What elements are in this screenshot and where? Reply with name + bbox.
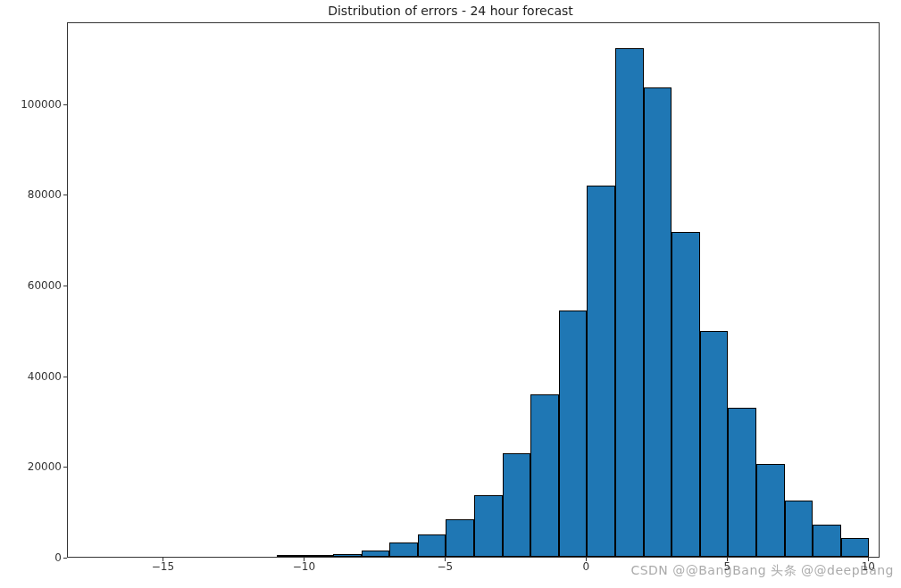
histogram-bar [785, 501, 813, 557]
y-tick-mark [63, 286, 67, 286]
histogram-bar [277, 555, 305, 557]
histogram-bar [362, 551, 390, 557]
histogram-bar [389, 542, 418, 557]
x-tick-mark [727, 558, 728, 561]
histogram-bar [644, 87, 672, 557]
y-tick-label: 0 [8, 551, 62, 564]
histogram-bar [700, 331, 729, 557]
y-tick-label: 60000 [8, 279, 62, 292]
bars-container [68, 23, 879, 557]
histogram-bar [333, 554, 362, 557]
y-tick-label: 80000 [8, 188, 62, 201]
x-tick-mark [445, 558, 446, 561]
x-tick-label: 10 [862, 560, 875, 573]
x-tick-label: −15 [152, 560, 174, 573]
y-tick-mark [63, 377, 67, 377]
histogram-bar [530, 394, 559, 557]
watermark: CSDN @@BangBang 头条 @@deepBang [630, 563, 894, 579]
x-tick-label: 5 [724, 560, 731, 573]
y-tick-label: 20000 [8, 460, 62, 473]
histogram-bar [672, 232, 700, 557]
histogram-bar [728, 408, 756, 557]
y-tick-mark [63, 104, 67, 105]
x-tick-label: 0 [583, 560, 590, 573]
histogram-bar [841, 538, 870, 557]
histogram-bar [587, 186, 615, 557]
x-tick-mark [304, 558, 305, 561]
histogram-bar [756, 464, 785, 557]
x-tick-mark [163, 558, 163, 561]
y-tick-label: 100000 [8, 98, 62, 111]
chart-figure: Distribution of errors - 24 hour forecas… [0, 0, 901, 588]
histogram-bar [813, 525, 841, 557]
histogram-bar [559, 311, 588, 557]
plot-area [67, 22, 880, 558]
y-tick-label: 40000 [8, 370, 62, 383]
histogram-bar [446, 519, 474, 557]
y-tick-mark [63, 467, 67, 468]
chart-title: Distribution of errors - 24 hour forecas… [0, 4, 901, 18]
histogram-bar [305, 555, 333, 557]
x-tick-label: −10 [293, 560, 315, 573]
histogram-bar [418, 534, 446, 557]
y-tick-mark [63, 558, 67, 559]
histogram-bar [503, 453, 531, 557]
x-tick-mark [868, 558, 869, 561]
histogram-bar [615, 48, 644, 558]
histogram-bar [474, 495, 503, 557]
x-tick-mark [586, 558, 587, 561]
y-tick-mark [63, 195, 67, 195]
x-tick-label: −5 [438, 560, 454, 573]
